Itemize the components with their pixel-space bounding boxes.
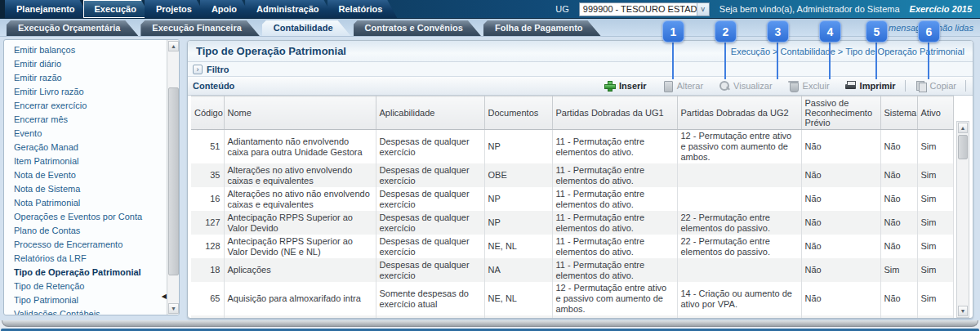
menu-administracao[interactable]: Administração xyxy=(245,0,333,18)
sidebar-item-encerrar-exercicio[interactable]: Encerrar exercício xyxy=(4,99,167,113)
sidebar-item-plano-de-contas[interactable]: Plano de Contas xyxy=(4,224,167,238)
table-row[interactable]: 14Aquisição para estoque com suporte orç… xyxy=(191,315,953,318)
sidebar-item-nota-patrimonial[interactable]: Nota Patrimonial xyxy=(4,196,167,210)
column-header-partidas-dobradas-da-ug2[interactable]: Partidas Dobradas da UG2 xyxy=(677,96,801,130)
menu-apoio[interactable]: Apoio xyxy=(200,0,252,18)
visualizar-button[interactable]: Visualizar xyxy=(710,78,780,94)
table-row[interactable]: 128Antecipação RPPS Superior ao Valor De… xyxy=(191,235,953,258)
sidebar-item-tipo-patrimonial[interactable]: Tipo Patrimonial xyxy=(4,293,167,307)
sidebar-item-processo-de-encerramento[interactable]: Processo de Encerramento xyxy=(4,238,167,252)
cell-partidas-dobradas-da-ug1: 11 - Permutação entre elementos do ativo… xyxy=(552,130,677,164)
scroll-down-icon[interactable]: ▼ xyxy=(168,303,179,314)
sidebar-item-nota-de-sistema[interactable]: Nota de Sistema xyxy=(4,182,167,196)
sidebar-scrollbar[interactable]: ▲ ▼ xyxy=(167,40,179,315)
table-row[interactable]: 16Alterações no ativo não envolvendo cai… xyxy=(191,187,953,211)
cell-documentos: NP xyxy=(484,187,552,211)
tab-contratos-e-convenios[interactable]: Contratos e Convênios xyxy=(354,20,481,36)
breadcrumb-link-tipo-de-operacao-patrimonial[interactable]: Tipo de Operação Patrimonial xyxy=(845,47,964,56)
tab-contabilidade[interactable]: Contabilidade xyxy=(262,20,351,36)
column-header-codigo[interactable]: Código xyxy=(191,96,224,130)
ug-label: UG xyxy=(555,4,569,14)
tab-execucao-financeira[interactable]: Execução Financeira xyxy=(140,20,259,36)
sidebar-item-emitir-balancos[interactable]: Emitir balanços xyxy=(4,43,167,57)
column-header-sistema[interactable]: Sistema xyxy=(880,96,917,130)
chevron-down-icon[interactable]: v xyxy=(697,3,709,16)
table-row[interactable]: 51Adiantamento não envolvendo caixa para… xyxy=(191,130,953,164)
tab-folha-de-pagamento[interactable]: Folha de Pagamento xyxy=(483,20,601,36)
table-scrollbar[interactable]: ▲ ▼ xyxy=(956,121,969,318)
cell-partidas-dobradas-da-ug2 xyxy=(677,315,801,318)
top-navbar: PlanejamentoExecuçãoProjetosApoioAdminis… xyxy=(0,0,980,19)
sidebar-item-validacoes-contabeis[interactable]: Validações Contábeis xyxy=(4,307,167,315)
cell-nome: Antecipação RPPS Superior ao Valor Devid… xyxy=(224,211,376,235)
scroll-up-icon[interactable]: ▲ xyxy=(168,41,179,51)
column-header-aplicabilidade[interactable]: Aplicabilidade xyxy=(376,96,484,130)
cell-ativo: Sim xyxy=(917,211,953,235)
sidebar-item-evento[interactable]: Evento xyxy=(4,127,167,141)
imprimir-button[interactable]: Imprimir xyxy=(837,78,903,94)
breadcrumb-link-contabilidade[interactable]: Contabilidade xyxy=(781,47,835,56)
cell-nome: Aquisição para almoxarifado intra xyxy=(224,282,376,315)
sidebar-item-emitir-razao[interactable]: Emitir razão xyxy=(4,71,167,85)
table-row[interactable]: 35Alterações no ativo envolvendo caixas … xyxy=(191,163,953,187)
view-icon xyxy=(718,80,730,92)
button-label: Copiar xyxy=(930,81,956,91)
cell-ativo: Sim xyxy=(917,258,953,282)
table-row[interactable]: 65Aquisição para almoxarifado intraSomen… xyxy=(191,282,953,315)
filter-section: › Filtro xyxy=(188,62,973,77)
breadcrumb-link-execucao[interactable]: Execução xyxy=(731,47,770,56)
cell-partidas-dobradas-da-ug1: 11 - Permutação entre elementos do ativo… xyxy=(552,211,677,235)
table-row[interactable]: 127Antecipação RPPS Superior ao Valor De… xyxy=(191,211,953,235)
cell-ativo: Sim xyxy=(917,130,953,164)
sidebar-item-emitir-diario[interactable]: Emitir diário xyxy=(4,57,167,71)
cell-codigo: 16 xyxy=(191,187,224,211)
cell-partidas-dobradas-da-ug1: 11 - Permutação entre elementos do ativo… xyxy=(552,258,677,282)
scroll-up-icon[interactable]: ▲ xyxy=(958,123,968,133)
table-row[interactable]: 18AplicaçõesDespesas de qualquer exercíc… xyxy=(191,258,953,282)
cell-codigo: 128 xyxy=(191,235,224,258)
column-header-documentos[interactable]: Documentos xyxy=(484,96,552,130)
column-header-passivo-de-reconhecimento-previo[interactable]: Passivo de Reconhecimento Prévio xyxy=(801,96,880,130)
sidebar-item-item-patrimonial[interactable]: Item Patrimonial xyxy=(4,154,167,168)
main-area: Tipo de Operação Patrimonial Execução>Co… xyxy=(180,37,980,320)
alterar-button[interactable]: Alterar xyxy=(654,78,710,94)
cell-aplicabilidade: Somente despesas do exercício atual xyxy=(376,282,484,315)
scroll-down-icon[interactable]: ▼ xyxy=(958,306,968,316)
button-label: Alterar xyxy=(677,81,703,91)
cell-sistema: Não xyxy=(880,235,917,258)
ug-select[interactable]: 999900 - TESOURO ESTADUAL v xyxy=(579,2,710,16)
cell-documentos: NP xyxy=(484,130,552,164)
sidebar-item-tipo-de-operacao-patrimonial[interactable]: Tipo de Operação Patrimonial xyxy=(4,266,167,280)
sidebar-collapse-handle[interactable]: ◀ xyxy=(162,293,167,300)
copiar-button[interactable]: Copiar xyxy=(907,78,964,94)
sidebar: Emitir balançosEmitir diárioEmitir razão… xyxy=(3,39,180,315)
inserir-button[interactable]: Inserir xyxy=(596,78,654,94)
annotation-badge-5: 5 xyxy=(866,20,888,42)
sidebar-item-relatorios-da-lrf[interactable]: Relatórios da LRF xyxy=(4,252,167,266)
cell-codigo: 18 xyxy=(191,258,224,282)
sidebar-item-nota-de-evento[interactable]: Nota de Evento xyxy=(4,168,167,182)
cell-aplicabilidade: Despesas de qualquer exercício xyxy=(376,130,484,164)
excluir-button[interactable]: Excluir xyxy=(780,78,837,94)
menu-relatorios[interactable]: Relatórios xyxy=(327,0,398,18)
sidebar-item-emitir-livro-razao[interactable]: Emitir Livro razão xyxy=(4,85,167,99)
annotation-badge-4: 4 xyxy=(819,20,841,42)
tab-execucao-orcamentaria[interactable]: Execução Orçamentária xyxy=(7,20,138,36)
column-header-ativo[interactable]: Ativo xyxy=(917,96,953,130)
sidebar-item-operacoes-e-eventos-por-conta[interactable]: Operações e Eventos por Conta xyxy=(4,210,167,224)
cell-documentos: NE, NL xyxy=(484,235,552,258)
column-header-nome[interactable]: Nome xyxy=(224,96,376,130)
sidebar-scroll-thumb[interactable] xyxy=(168,87,179,275)
menu-projetos[interactable]: Projetos xyxy=(145,0,207,18)
menu-planejamento[interactable]: Planejamento xyxy=(5,0,90,18)
cell-sistema: Não xyxy=(880,163,917,187)
column-header-partidas-dobradas-da-ug1[interactable]: Partidas Dobradas da UG1 xyxy=(552,96,677,130)
filter-expand-button[interactable]: › xyxy=(193,65,203,74)
sidebar-item-encerrar-mes[interactable]: Encerrar mês xyxy=(4,113,167,127)
sidebar-item-tipo-de-retencao[interactable]: Tipo de Retenção xyxy=(4,280,167,293)
table-scroll-thumb[interactable] xyxy=(958,135,968,159)
menu-execucao[interactable]: Execução xyxy=(83,0,151,18)
module-tabs: Execução OrçamentáriaExecução Financeira… xyxy=(0,19,604,36)
sidebar-item-geracao-manad[interactable]: Geração Manad xyxy=(4,141,167,154)
page-title: Tipo de Operação Patrimonial xyxy=(196,45,346,57)
